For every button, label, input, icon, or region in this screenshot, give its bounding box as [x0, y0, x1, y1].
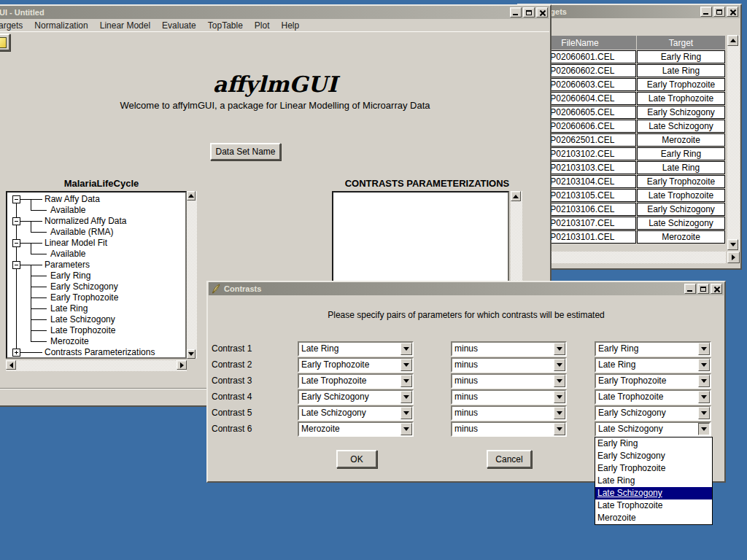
dropdown-option[interactable]: Early Ring: [595, 438, 712, 450]
tree-item-label[interactable]: Parameters: [44, 260, 90, 270]
chevron-down-icon[interactable]: [400, 423, 412, 435]
cell-target[interactable]: Late Trophozoite: [637, 189, 725, 202]
minimize-button[interactable]: [684, 284, 696, 294]
menu-toptable[interactable]: TopTable: [202, 20, 249, 31]
chevron-down-icon[interactable]: [698, 343, 710, 355]
tree-item-label[interactable]: Linear Model Fit: [44, 238, 107, 248]
column-header-target[interactable]: Target: [637, 36, 725, 50]
menu-targets[interactable]: Targets: [0, 20, 28, 31]
scroll-up-button[interactable]: [187, 191, 196, 201]
toolbar-button[interactable]: [0, 34, 10, 51]
maximize-button[interactable]: [697, 284, 709, 294]
chevron-down-icon[interactable]: [554, 343, 565, 355]
dropdown-option-selected[interactable]: Late Schizogony: [595, 487, 712, 499]
contrast5-right-dropdown[interactable]: Early Schizogony: [595, 405, 711, 421]
contrast3-left-dropdown[interactable]: Late Trophozoite: [298, 373, 414, 389]
contrast2-left-dropdown[interactable]: Early Trophozoite: [298, 357, 414, 373]
maximize-button[interactable]: [523, 7, 535, 18]
tree-collapse-icon[interactable]: [12, 195, 20, 203]
chevron-down-icon[interactable]: [554, 375, 565, 387]
tree-item-label[interactable]: Merozoite: [50, 336, 89, 346]
contrast3-operator-dropdown[interactable]: minus: [451, 373, 567, 389]
tree-item-label[interactable]: Early Schizogony: [50, 281, 118, 292]
contrast4-left-dropdown[interactable]: Early Schizogony: [298, 389, 414, 405]
scroll-left-button[interactable]: [6, 360, 16, 370]
scroll-right-button[interactable]: [727, 252, 740, 263]
cell-target[interactable]: Late Ring: [637, 161, 725, 174]
scroll-down-button[interactable]: [727, 239, 738, 250]
chevron-down-icon[interactable]: [400, 407, 412, 419]
menu-linear-model[interactable]: Linear Model: [94, 20, 156, 31]
chevron-down-icon[interactable]: [400, 391, 412, 403]
tree-item-label[interactable]: Contrasts Parameterizations: [44, 347, 155, 357]
close-button[interactable]: [711, 284, 722, 294]
minimize-button[interactable]: [510, 7, 522, 18]
contrast6-operator-dropdown[interactable]: minus: [451, 421, 567, 437]
contrast4-right-dropdown[interactable]: Late Trophozoite: [595, 389, 711, 405]
chevron-down-icon[interactable]: [554, 391, 565, 403]
tree-collapse-icon[interactable]: [12, 261, 20, 269]
tree-item-label[interactable]: Available: [50, 249, 85, 259]
dropdown-option[interactable]: Late Trophozoite: [595, 499, 712, 512]
chevron-down-icon[interactable]: [400, 375, 412, 387]
tree-item-label[interactable]: Available: [50, 205, 85, 215]
chevron-down-icon[interactable]: [698, 407, 710, 419]
contrast5-operator-dropdown[interactable]: minus: [451, 405, 567, 421]
contrast4-operator-dropdown[interactable]: minus: [451, 389, 567, 405]
ok-button[interactable]: OK: [336, 450, 377, 468]
cell-target[interactable]: Late Ring: [637, 64, 725, 77]
tree-item-label[interactable]: Late Schizogony: [50, 314, 115, 324]
tree-item-label[interactable]: Raw Affy Data: [44, 194, 100, 204]
chevron-down-icon[interactable]: [554, 359, 565, 371]
horizontal-scrollbar[interactable]: [6, 360, 187, 371]
menu-normalization[interactable]: Normalization: [28, 20, 93, 31]
vertical-scrollbar[interactable]: [727, 35, 740, 250]
chevron-down-icon[interactable]: [400, 359, 412, 371]
cell-target[interactable]: Early Ring: [637, 50, 725, 63]
tree-item-label[interactable]: Late Ring: [50, 303, 88, 314]
horizontal-scrollbar[interactable]: [523, 252, 726, 263]
chevron-down-icon[interactable]: [698, 423, 710, 435]
cell-target[interactable]: Early Schizogony: [637, 203, 725, 216]
contrast5-left-dropdown[interactable]: Late Schizogony: [298, 405, 414, 421]
contrast6-right-dropdown[interactable]: Late Schizogony: [595, 421, 711, 437]
vertical-scrollbar[interactable]: [187, 191, 197, 359]
cell-target[interactable]: Early Schizogony: [637, 106, 725, 119]
cell-target[interactable]: Merozoite: [637, 133, 725, 147]
scroll-up-button[interactable]: [511, 191, 521, 201]
contrast1-left-dropdown[interactable]: Late Ring: [298, 341, 414, 357]
contrast2-right-dropdown[interactable]: Late Ring: [595, 357, 711, 373]
minimize-button[interactable]: [700, 7, 712, 17]
scroll-right-button[interactable]: [177, 360, 187, 370]
cell-target[interactable]: Early Ring: [637, 147, 725, 160]
tree-item-label[interactable]: Normalized Affy Data: [44, 216, 127, 226]
data-set-name-button[interactable]: Data Set Name: [210, 143, 281, 160]
tree-item-label[interactable]: Early Ring: [50, 271, 90, 281]
contrast3-right-dropdown[interactable]: Early Trophozoite: [595, 373, 711, 389]
cell-target[interactable]: Merozoite: [637, 230, 725, 244]
dropdown-option[interactable]: Merozoite: [595, 512, 712, 524]
contrast1-right-dropdown[interactable]: Early Ring: [595, 341, 711, 357]
tree-expand-icon[interactable]: [12, 349, 20, 357]
scroll-up-button[interactable]: [727, 35, 738, 46]
tree-collapse-icon[interactable]: [12, 239, 20, 247]
menu-plot[interactable]: Plot: [249, 20, 276, 31]
chevron-down-icon[interactable]: [400, 343, 412, 355]
dropdown-option[interactable]: Early Trophozoite: [595, 462, 712, 475]
chevron-down-icon[interactable]: [698, 359, 710, 371]
targets-titlebar[interactable]: Targets: [519, 5, 740, 18]
chevron-down-icon[interactable]: [698, 391, 710, 403]
contrast6-left-dropdown[interactable]: Merozoite: [298, 421, 414, 437]
cancel-button[interactable]: Cancel: [487, 450, 532, 468]
cell-target[interactable]: Late Schizogony: [637, 120, 725, 133]
main-titlebar[interactable]: affylmGUI - Untitled: [0, 6, 549, 19]
chevron-down-icon[interactable]: [554, 407, 565, 419]
dropdown-option[interactable]: Early Schizogony: [595, 450, 712, 462]
cell-target[interactable]: Early Trophozoite: [637, 175, 725, 188]
maximize-button[interactable]: [713, 7, 725, 17]
tree-item-label[interactable]: Early Trophozoite: [50, 292, 118, 303]
contrast1-operator-dropdown[interactable]: minus: [451, 341, 567, 357]
close-button[interactable]: [727, 7, 738, 17]
tree-item-label[interactable]: Late Trophozoite: [50, 325, 115, 335]
menu-help[interactable]: Help: [276, 20, 306, 31]
